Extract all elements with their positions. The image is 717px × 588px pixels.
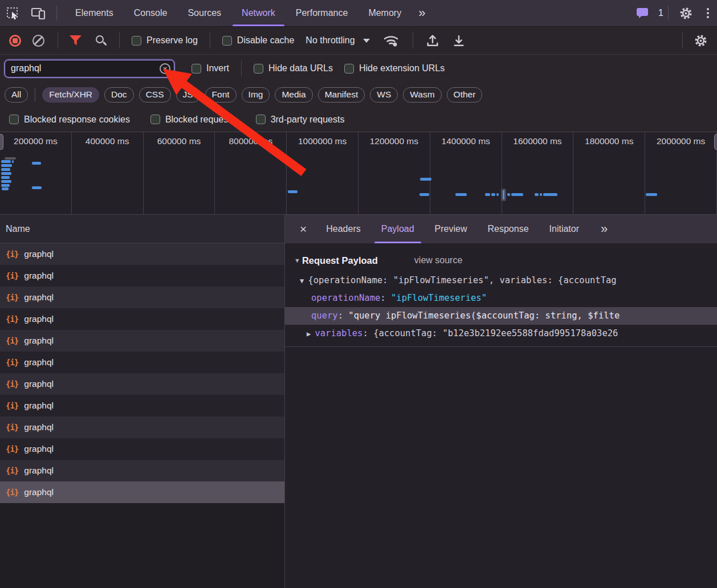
request-name: graphql [24,357,54,368]
record-button[interactable] [9,35,21,47]
clear-button[interactable] [32,35,44,47]
3rd-party-requests-checkbox[interactable]: 3rd-party requests [256,115,345,125]
checkbox[interactable] [132,36,141,46]
overview-request-bar [1,168,10,171]
clear-filter-icon[interactable]: × [160,63,170,74]
export-har-icon[interactable] [451,34,466,48]
overview-right-handle[interactable] [714,134,717,150]
tab-network[interactable]: Network [231,0,286,26]
checkbox[interactable] [9,115,19,124]
main-split: Name {i}graphql{i}graphql{i}graphql{i}gr… [0,215,717,588]
more-tabs-icon[interactable]: » [412,6,431,21]
overview-bars [0,132,717,214]
checkbox[interactable] [256,115,266,124]
checkbox[interactable] [150,115,160,124]
close-detail-icon[interactable]: × [291,222,316,236]
request-row[interactable]: {i}graphql [0,330,284,352]
request-row[interactable]: {i}graphql [0,395,284,416]
network-overview[interactable]: 200000 ms400000 ms600000 ms800000 ms1000… [0,132,717,215]
type-filter-fetch-xhr[interactable]: Fetch/XHR [42,87,99,103]
type-filter-font[interactable]: Font [205,87,237,103]
device-toolbar-icon[interactable] [25,7,52,20]
request-row[interactable]: {i}graphql [0,481,284,503]
hide-extension-urls-checkbox[interactable]: Hide extension URLs [344,63,445,74]
checkbox[interactable] [344,64,354,74]
request-row[interactable]: {i}graphql [0,373,284,395]
divider [668,6,669,21]
type-filter-img[interactable]: Img [242,87,270,103]
overview-request-bar [511,193,523,196]
tab-performance[interactable]: Performance [286,0,358,26]
overview-request-bar [1,164,12,167]
detail-tab-preview[interactable]: Preview [425,215,478,243]
inspect-element-icon[interactable] [0,6,25,20]
request-name: graphql [24,292,54,303]
tab-sources[interactable]: Sources [177,0,231,26]
payload-entry[interactable]: operationName: "ipFlowTimeseries" [285,289,717,307]
checkbox[interactable] [254,64,263,74]
type-filter-manifest[interactable]: Manifest [318,87,365,103]
tab-memory[interactable]: Memory [358,0,412,26]
payload-entry[interactable]: query: "query ipFlowTimeseries($accountT… [285,307,717,325]
detail-tab-response[interactable]: Response [477,215,539,243]
kebab-menu-icon[interactable] [699,8,717,18]
tab-console[interactable]: Console [124,0,178,26]
json-request-icon: {i} [6,423,18,432]
expand-triangle-icon[interactable]: ▶ [307,330,315,338]
blocked-requests-checkbox[interactable]: Blocked requests [150,115,235,125]
type-filter-css[interactable]: CSS [139,87,171,103]
request-row[interactable]: {i}graphql [0,243,284,265]
hide-extension-urls-label: Hide extension URLs [359,63,445,74]
request-row[interactable]: {i}graphql [0,352,284,373]
import-har-icon[interactable] [425,34,440,48]
filter-input[interactable] [5,60,174,77]
detail-tab-payload[interactable]: Payload [371,215,425,243]
request-payload-section[interactable]: ▼ Request Payload view source [285,249,717,272]
message-count: 1 [658,8,663,18]
detail-tab-headers[interactable]: Headers [316,215,370,243]
request-row[interactable]: {i}graphql [0,460,284,481]
tab-elements[interactable]: Elements [65,0,124,26]
request-row[interactable]: {i}graphql [0,265,284,287]
network-conditions-icon[interactable] [382,33,400,48]
checkbox[interactable] [192,64,201,74]
request-row[interactable]: {i}graphql [0,438,284,460]
settings-gear-icon[interactable] [673,6,699,21]
request-row[interactable]: {i}graphql [0,416,284,438]
type-filter-media[interactable]: Media [275,87,312,103]
collapse-triangle-icon[interactable]: ▼ [300,277,308,285]
view-source-link[interactable]: view source [414,255,462,266]
console-messages-icon[interactable] [630,7,655,19]
type-filter-other[interactable]: Other [447,87,483,103]
detail-tab-initiator[interactable]: Initiator [539,215,589,243]
network-settings-gear-icon[interactable] [694,34,708,48]
payload-entry[interactable]: ▶ variables: {accountTag: "b12e3b2192ee5… [285,325,717,342]
payload-colon: : [362,328,373,338]
detail-more-tabs-icon[interactable]: » [594,222,613,236]
payload-value: {accountTag: "b12e3b2192ee5588fdad995178… [373,328,618,338]
invert-checkbox[interactable]: Invert [192,63,229,74]
type-filter-ws[interactable]: WS [370,87,398,103]
collapse-triangle-icon[interactable]: ▼ [294,257,300,264]
overview-left-handle[interactable] [0,134,3,150]
search-icon[interactable] [96,35,104,43]
type-filter-js[interactable]: JS [176,87,200,103]
overview-request-bar [1,160,11,163]
blocked-response-cookies-checkbox[interactable]: Blocked response cookies [9,115,130,125]
filter-toggle-icon[interactable] [69,35,82,46]
type-filter-doc[interactable]: Doc [104,87,134,103]
throttling-dropdown[interactable]: No throttling [305,35,369,46]
request-row[interactable]: {i}graphql [0,308,284,330]
json-request-icon: {i} [6,401,18,410]
preserve-log-checkbox[interactable]: Preserve log [132,35,198,46]
request-row[interactable]: {i}graphql [0,287,284,308]
type-filter-all[interactable]: All [5,87,28,103]
type-filter-wasm[interactable]: Wasm [403,87,441,103]
overview-request-bar [646,193,657,196]
checkbox[interactable] [222,36,232,46]
name-column-header[interactable]: Name [0,215,284,243]
json-request-icon: {i} [6,271,18,280]
payload-preview-line[interactable]: ▼ {operationName: "ipFlowTimeseries", va… [285,272,717,289]
hide-data-urls-checkbox[interactable]: Hide data URLs [254,63,333,74]
disable-cache-checkbox[interactable]: Disable cache [222,35,295,46]
